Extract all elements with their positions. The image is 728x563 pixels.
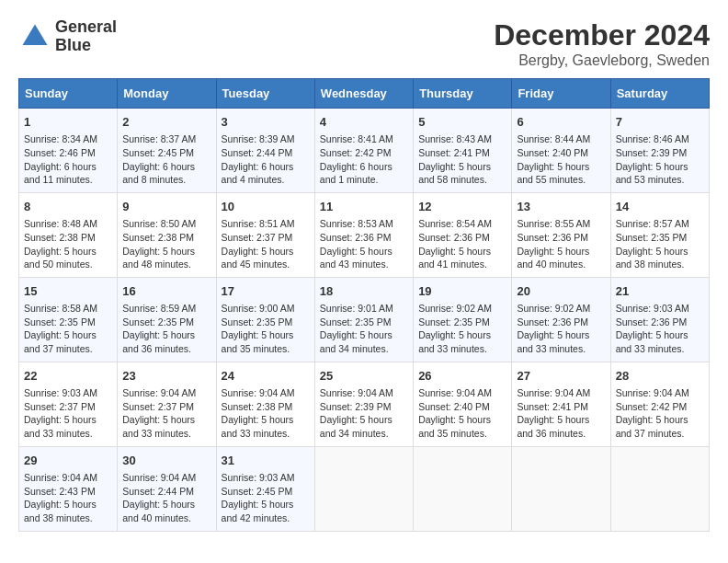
day-number: 11 <box>320 199 408 215</box>
daylight: Daylight: 5 hours and 41 minutes. <box>418 246 491 270</box>
daylight: Daylight: 5 hours and 36 minutes. <box>122 329 195 354</box>
daylight: Daylight: 5 hours and 37 minutes. <box>616 414 688 439</box>
sunset: Sunset: 2:36 PM <box>616 316 688 327</box>
sunrise: Sunrise: 9:04 AM <box>616 387 689 398</box>
daylight: Daylight: 5 hours and 48 minutes. <box>122 246 195 270</box>
sunset: Sunset: 2:37 PM <box>122 401 194 412</box>
day-number: 16 <box>122 283 210 300</box>
day-number: 23 <box>122 368 210 385</box>
sunset: Sunset: 2:42 PM <box>616 401 688 412</box>
calendar-cell: 1Sunrise: 8:34 AMSunset: 2:46 PMDaylight… <box>19 109 118 193</box>
calendar-cell: 2Sunrise: 8:37 AMSunset: 2:45 PMDaylight… <box>118 109 216 193</box>
sunrise: Sunrise: 8:53 AM <box>320 218 393 229</box>
day-number: 12 <box>418 199 506 215</box>
day-number: 6 <box>517 114 605 131</box>
sunrise: Sunrise: 8:43 AM <box>418 133 492 144</box>
day-number: 24 <box>222 368 310 385</box>
day-number: 25 <box>320 368 408 385</box>
calendar-cell: 13Sunrise: 8:55 AMSunset: 2:36 PMDayligh… <box>512 192 610 277</box>
daylight: Daylight: 6 hours and 1 minute. <box>320 161 392 186</box>
calendar-cell: 11Sunrise: 8:53 AMSunset: 2:36 PMDayligh… <box>314 192 413 277</box>
sunrise: Sunrise: 8:58 AM <box>24 303 97 314</box>
sunset: Sunset: 2:41 PM <box>517 401 588 412</box>
svg-marker-0 <box>23 24 48 45</box>
daylight: Daylight: 5 hours and 55 minutes. <box>517 161 589 186</box>
calendar-cell: 17Sunrise: 9:00 AMSunset: 2:35 PMDayligh… <box>216 277 314 362</box>
day-number: 9 <box>122 199 210 215</box>
header-monday: Monday <box>118 79 216 109</box>
daylight: Daylight: 5 hours and 36 minutes. <box>517 414 589 439</box>
calendar-cell <box>610 446 709 531</box>
sunrise: Sunrise: 9:04 AM <box>122 387 196 398</box>
calendar-cell: 18Sunrise: 9:01 AMSunset: 2:35 PMDayligh… <box>314 277 413 362</box>
daylight: Daylight: 5 hours and 33 minutes. <box>24 414 97 439</box>
calendar-cell: 19Sunrise: 9:02 AMSunset: 2:35 PMDayligh… <box>414 277 512 362</box>
sunrise: Sunrise: 8:44 AM <box>517 133 590 144</box>
sunrise: Sunrise: 8:59 AM <box>122 303 196 314</box>
header-wednesday: Wednesday <box>314 79 413 109</box>
sunset: Sunset: 2:35 PM <box>222 316 293 327</box>
day-number: 20 <box>517 283 605 300</box>
sunrise: Sunrise: 9:00 AM <box>222 303 295 314</box>
day-number: 7 <box>616 114 704 131</box>
daylight: Daylight: 5 hours and 40 minutes. <box>517 246 589 270</box>
header-tuesday: Tuesday <box>216 79 314 109</box>
sunset: Sunset: 2:38 PM <box>24 232 96 243</box>
calendar-table: SundayMondayTuesdayWednesdayThursdayFrid… <box>18 78 710 532</box>
sunrise: Sunrise: 9:03 AM <box>24 387 97 398</box>
daylight: Daylight: 5 hours and 40 minutes. <box>122 499 195 523</box>
header-row: SundayMondayTuesdayWednesdayThursdayFrid… <box>19 79 710 109</box>
daylight: Daylight: 6 hours and 11 minutes. <box>24 161 97 186</box>
calendar-cell: 30Sunrise: 9:04 AMSunset: 2:44 PMDayligh… <box>118 446 216 531</box>
sunset: Sunset: 2:36 PM <box>418 232 490 243</box>
day-number: 22 <box>24 368 112 385</box>
sunset: Sunset: 2:44 PM <box>222 147 293 158</box>
header-sunday: Sunday <box>19 79 118 109</box>
daylight: Daylight: 5 hours and 33 minutes. <box>616 329 688 354</box>
calendar-cell: 27Sunrise: 9:04 AMSunset: 2:41 PMDayligh… <box>512 362 610 446</box>
sunrise: Sunrise: 8:48 AM <box>24 218 97 229</box>
day-number: 19 <box>418 283 506 300</box>
day-number: 4 <box>320 114 408 131</box>
sunset: Sunset: 2:38 PM <box>222 401 293 412</box>
daylight: Daylight: 5 hours and 33 minutes. <box>517 329 589 354</box>
calendar-cell: 10Sunrise: 8:51 AMSunset: 2:37 PMDayligh… <box>216 192 314 277</box>
sunrise: Sunrise: 9:02 AM <box>418 303 492 314</box>
sunrise: Sunrise: 8:54 AM <box>418 218 492 229</box>
week-row-4: 22Sunrise: 9:03 AMSunset: 2:37 PMDayligh… <box>19 362 710 446</box>
calendar-cell: 20Sunrise: 9:02 AMSunset: 2:36 PMDayligh… <box>512 277 610 362</box>
calendar-cell: 8Sunrise: 8:48 AMSunset: 2:38 PMDaylight… <box>19 192 118 277</box>
calendar-cell: 7Sunrise: 8:46 AMSunset: 2:39 PMDaylight… <box>610 109 709 193</box>
calendar-cell: 4Sunrise: 8:41 AMSunset: 2:42 PMDaylight… <box>314 109 413 193</box>
sunset: Sunset: 2:37 PM <box>24 401 96 412</box>
header-friday: Friday <box>512 79 610 109</box>
day-number: 21 <box>616 283 704 300</box>
sunset: Sunset: 2:44 PM <box>122 486 194 497</box>
header-thursday: Thursday <box>414 79 512 109</box>
day-number: 1 <box>24 114 112 131</box>
day-number: 13 <box>517 199 605 215</box>
daylight: Daylight: 5 hours and 37 minutes. <box>24 329 97 354</box>
sunset: Sunset: 2:35 PM <box>320 316 392 327</box>
daylight: Daylight: 5 hours and 45 minutes. <box>222 246 294 270</box>
day-number: 3 <box>222 114 310 131</box>
logo-line1: General <box>55 18 117 37</box>
daylight: Daylight: 6 hours and 8 minutes. <box>122 161 195 186</box>
calendar-cell: 16Sunrise: 8:59 AMSunset: 2:35 PMDayligh… <box>118 277 216 362</box>
week-row-5: 29Sunrise: 9:04 AMSunset: 2:43 PMDayligh… <box>19 446 710 531</box>
sunrise: Sunrise: 9:04 AM <box>418 387 492 398</box>
sunrise: Sunrise: 8:37 AM <box>122 133 196 144</box>
sunrise: Sunrise: 9:04 AM <box>24 472 97 483</box>
calendar-cell: 21Sunrise: 9:03 AMSunset: 2:36 PMDayligh… <box>610 277 709 362</box>
day-number: 26 <box>418 368 506 385</box>
calendar-cell: 15Sunrise: 8:58 AMSunset: 2:35 PMDayligh… <box>19 277 118 362</box>
calendar-cell <box>512 446 610 531</box>
daylight: Daylight: 5 hours and 42 minutes. <box>222 499 294 523</box>
sunrise: Sunrise: 9:04 AM <box>222 387 295 398</box>
daylight: Daylight: 5 hours and 33 minutes. <box>222 414 294 439</box>
calendar-cell: 22Sunrise: 9:03 AMSunset: 2:37 PMDayligh… <box>19 362 118 446</box>
sunrise: Sunrise: 8:39 AM <box>222 133 295 144</box>
calendar-cell: 9Sunrise: 8:50 AMSunset: 2:38 PMDaylight… <box>118 192 216 277</box>
daylight: Daylight: 5 hours and 43 minutes. <box>320 246 392 270</box>
page-subtitle: Bergby, Gaevleborg, Sweden <box>494 52 710 69</box>
